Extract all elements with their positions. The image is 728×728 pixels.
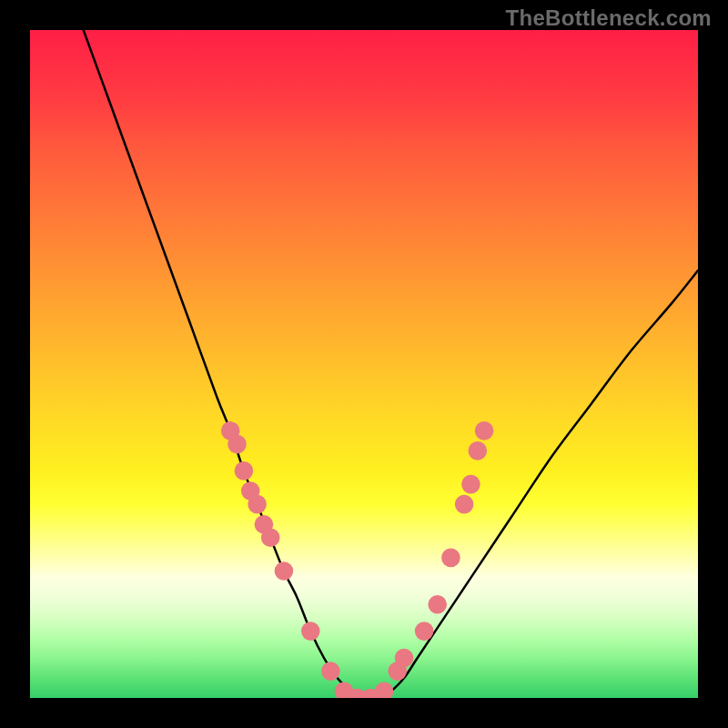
marker-dot [469,441,488,460]
marker-dot [461,475,480,494]
chart-svg [30,30,698,698]
marker-dot [321,662,340,681]
marker-dot [235,461,254,480]
marker-dot [415,622,434,641]
marker-dot [248,495,267,514]
marker-dot [261,529,280,548]
marker-dot [441,549,460,568]
marker-dot [428,595,447,614]
marker-dot [455,495,474,514]
chart-frame: TheBottleneck.com [0,0,728,728]
highlight-markers [221,421,494,698]
marker-dot [301,622,320,641]
marker-dot [228,435,247,454]
bottleneck-curve [84,30,698,698]
marker-dot [375,682,394,698]
marker-dot [275,561,294,581]
plot-area [30,30,698,698]
marker-dot [395,649,414,668]
marker-dot [475,421,494,440]
watermark-text: TheBottleneck.com [506,5,712,31]
